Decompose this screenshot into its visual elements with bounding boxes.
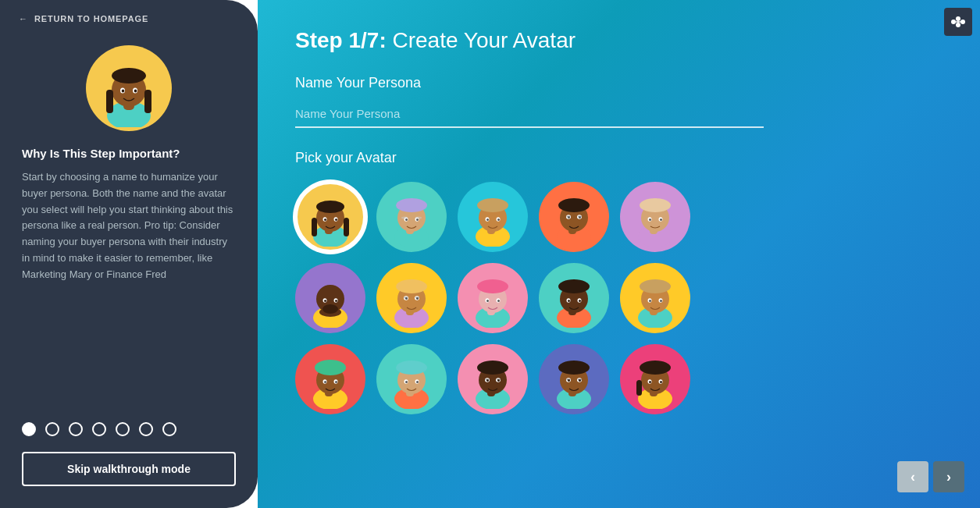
svg-point-111 [324,380,326,382]
persona-name-label: Name Your Persona [295,75,943,91]
nav-arrows: ‹ › [897,461,964,492]
svg-rect-5 [144,90,151,113]
svg-point-13 [960,20,965,24]
why-text: Start by choosing a name to humanize you… [22,169,236,283]
progress-dot-3[interactable] [69,422,83,436]
svg-rect-20 [312,218,317,236]
svg-point-60 [649,218,651,220]
svg-point-25 [335,218,337,220]
svg-point-80 [416,297,419,299]
progress-dot-2[interactable] [45,422,59,436]
svg-point-70 [323,304,338,314]
back-to-homepage-link[interactable]: ← RETURN TO HOMEPAGE [0,0,258,37]
svg-point-139 [568,378,570,381]
svg-point-100 [640,279,671,293]
svg-point-3 [112,68,146,83]
sidebar-avatar [86,45,172,131]
svg-point-11 [956,23,960,27]
svg-rect-145 [636,380,642,396]
svg-point-144 [640,361,671,375]
svg-point-108 [315,360,346,375]
svg-point-103 [649,299,651,301]
svg-point-84 [477,279,508,293]
avatar-1[interactable] [295,182,365,252]
main-content: Step 1/7: Create Your Avatar Name Your P… [258,0,980,508]
avatar-7[interactable] [376,263,447,333]
svg-point-43 [497,218,500,220]
svg-point-116 [396,361,427,375]
svg-rect-21 [344,218,349,236]
svg-point-9 [134,90,137,93]
avatar-12[interactable] [376,344,447,414]
svg-point-42 [486,218,489,220]
svg-point-129 [486,378,489,381]
progress-dot-1[interactable] [22,422,36,436]
svg-point-61 [660,218,662,220]
svg-point-19 [316,201,344,213]
svg-point-124 [477,361,508,375]
svg-point-69 [335,299,337,301]
avatar-grid [295,182,717,414]
svg-point-140 [579,378,581,381]
avatar-6[interactable] [295,263,365,333]
step-number: Step 1/7: [295,28,387,52]
svg-point-112 [335,380,337,382]
svg-point-104 [660,299,662,301]
sidebar-content: Why Is This Step Important? Start by cho… [0,147,258,407]
step-title: Step 1/7: Create Your Avatar [295,28,943,53]
arrow-left-icon: ← [19,14,28,23]
persona-name-input[interactable] [295,101,764,128]
svg-point-29 [396,198,427,212]
svg-point-87 [486,299,489,301]
progress-dots [0,407,258,452]
svg-point-119 [405,380,408,382]
avatar-10[interactable] [620,263,690,333]
step-description: Create Your Avatar [387,28,576,52]
svg-point-149 [660,380,662,382]
svg-point-8 [122,90,125,93]
svg-point-68 [324,299,326,301]
svg-point-57 [640,198,671,212]
svg-point-10 [956,16,960,21]
svg-point-148 [649,380,651,382]
sidebar: ← RETURN TO HOMEPAGE [0,0,258,508]
avatar-5[interactable] [620,182,690,252]
svg-point-120 [416,380,419,382]
avatar-3[interactable] [458,182,528,252]
svg-point-130 [497,378,500,381]
skip-walkthrough-button[interactable]: Skip walkthrough mode [22,452,236,486]
svg-point-39 [477,198,508,212]
svg-point-74 [396,279,427,293]
avatar-14[interactable] [539,344,609,414]
avatar-4[interactable] [539,182,609,252]
svg-point-134 [558,361,590,375]
next-button[interactable]: › [933,461,964,492]
avatar-9[interactable] [539,263,609,333]
svg-point-88 [497,299,500,301]
progress-dot-4[interactable] [92,422,106,436]
svg-point-52 [568,215,570,218]
avatar-2[interactable] [376,182,447,252]
svg-point-92 [558,279,590,293]
svg-point-53 [579,215,581,218]
svg-point-34 [401,216,408,218]
sidebar-avatar-section [0,37,258,147]
avatar-15[interactable] [620,344,690,414]
progress-dot-7[interactable] [162,422,176,436]
svg-point-47 [558,198,590,212]
svg-point-79 [405,297,408,299]
svg-point-96 [579,299,581,301]
prev-button[interactable]: ‹ [897,461,928,492]
svg-point-24 [324,218,326,220]
hubspot-icon[interactable] [944,8,972,36]
progress-dot-6[interactable] [139,422,153,436]
back-link-label: RETURN TO HOMEPAGE [34,14,148,23]
why-title: Why Is This Step Important? [22,147,236,160]
avatar-8[interactable] [458,263,528,333]
avatar-13[interactable] [458,344,528,414]
svg-point-35 [415,216,422,218]
svg-point-95 [568,299,570,301]
svg-point-12 [951,20,956,24]
progress-dot-5[interactable] [116,422,130,436]
avatar-11[interactable] [295,344,365,414]
